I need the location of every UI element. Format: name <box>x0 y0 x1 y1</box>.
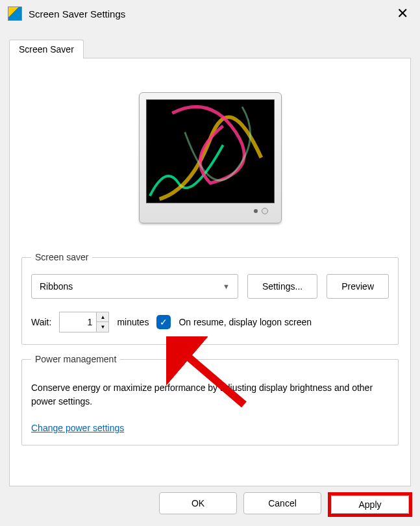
spinner-down-button[interactable]: ▼ <box>97 322 108 332</box>
screensaver-group: Screen saver Ribbons ▼ Settings... Previ… <box>21 252 399 345</box>
monitor-base <box>146 203 275 219</box>
ok-button[interactable]: OK <box>159 492 237 514</box>
change-power-settings-link[interactable]: Change power settings <box>31 423 124 433</box>
power-management-description: Conserve energy or maximize performance … <box>31 381 389 408</box>
titlebar: Screen Saver Settings ✕ <box>0 0 420 27</box>
preview-button[interactable]: Preview <box>327 274 389 299</box>
resume-logon-label: On resume, display logon screen <box>179 317 312 327</box>
ribbons-preview-icon <box>147 100 274 203</box>
power-management-legend: Power management <box>31 354 120 364</box>
wait-spinner[interactable]: ▲ ▼ <box>59 312 109 332</box>
tab-strip: Screen Saver <box>0 39 420 58</box>
tab-screen-saver[interactable]: Screen Saver <box>9 40 84 58</box>
cancel-button[interactable]: Cancel <box>243 492 321 514</box>
apply-button[interactable]: Apply <box>331 495 409 514</box>
monitor-screen <box>146 99 275 203</box>
dialog-button-row: OK Cancel Apply <box>159 492 412 517</box>
monitor-preview-container <box>20 69 400 243</box>
monitor-frame <box>139 92 282 223</box>
settings-button[interactable]: Settings... <box>247 274 317 299</box>
screensaver-select-value: Ribbons <box>40 281 73 292</box>
window-title: Screen Saver Settings <box>29 8 393 19</box>
screensaver-legend: Screen saver <box>31 252 92 262</box>
chevron-down-icon: ▼ <box>223 282 230 290</box>
apply-highlight: Apply <box>328 492 412 517</box>
screensaver-select[interactable]: Ribbons ▼ <box>31 274 238 299</box>
resume-logon-checkbox[interactable]: ✓ <box>156 315 171 329</box>
spinner-up-button[interactable]: ▲ <box>97 312 108 322</box>
close-button[interactable]: ✕ <box>393 5 412 22</box>
wait-label: Wait: <box>31 317 51 327</box>
screensaver-icon <box>8 6 22 21</box>
tab-panel: Screen saver Ribbons ▼ Settings... Previ… <box>9 58 411 486</box>
power-management-group: Power management Conserve energy or maxi… <box>21 354 399 445</box>
minutes-label: minutes <box>117 317 149 327</box>
wait-input[interactable] <box>60 312 96 332</box>
monitor-led-icon <box>254 209 258 213</box>
monitor-power-icon <box>262 208 268 214</box>
